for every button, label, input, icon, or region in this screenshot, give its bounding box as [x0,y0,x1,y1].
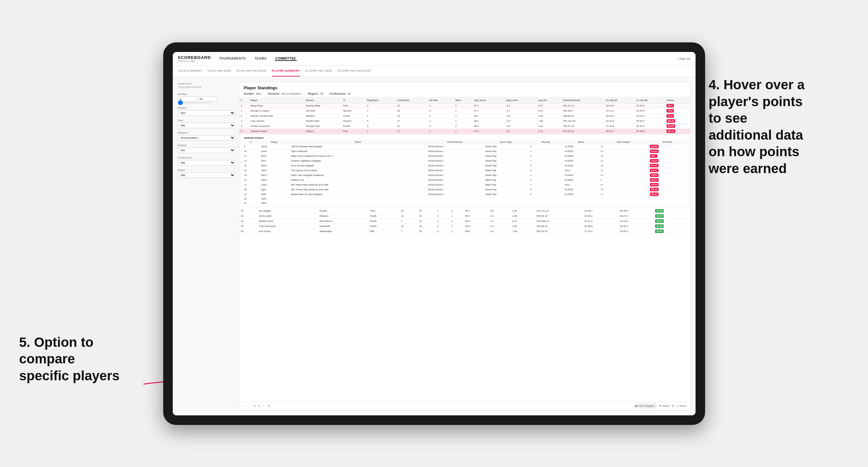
subnav-player-h2h-grid[interactable]: PLAYER H2H GRID [305,66,332,76]
cell-points[interactable]: 88.2 [665,103,690,108]
cell-record: 547-142-38 [561,118,604,123]
timer-button[interactable]: ⏱ [268,405,270,407]
sidebar-region-label: Region [178,144,235,147]
cell-avg-sg: 2.34 [536,123,561,128]
filter-row: Gender: Men Division: NCAA Division I Re… [244,92,686,95]
bottom-toolbar: ← → ↺ ⎘ ⋯ ⏱ ▶ View: Original 👁 [239,402,690,410]
cell-points[interactable]: 80.89 [665,123,690,128]
tooltip-row: 21Niche [243,201,687,205]
back-button[interactable]: ← [243,405,246,407]
cell-vs25: 29-15-0 [604,103,635,108]
table-row[interactable]: 25Cole SherwoodVanderbiltFourth12230169.… [239,223,690,228]
sidebar-year-label: Year [178,119,235,122]
table-row-jackson[interactable]: 6 Jackson Kolson Auburn First 2 27 1 1 6… [239,128,690,133]
cell-no-rds: 2 [428,118,454,123]
forward-button[interactable]: → [248,405,251,407]
cell-no-rds: 1 [428,103,454,108]
cell-points[interactable]: 68.18 [665,128,690,133]
cell-player: Michael Le Sasso [249,108,304,113]
cell-points[interactable]: 88.34 [665,118,690,123]
table-row[interactable]: 26Petr HrubyWashingtonFifth7230168.6-1.6… [239,228,690,234]
cell-num: 2 [239,108,249,113]
table-row[interactable]: 23Jack LundinMissouriFourth11240168.5-2.… [239,213,690,218]
cell-vs50: 18-23-0 [635,103,665,108]
cell-num: 1 [239,103,249,108]
subnav-player-summary[interactable]: PLAYER SUMMARY [272,66,300,76]
table-row[interactable]: 1 Wenyi Ding Arizona State First 1 15 1 … [239,103,690,108]
cell-yr: First [341,103,365,108]
subnav-team-h2h-heatmap[interactable]: TEAM H2H HEATMAP [236,66,267,76]
subnav-team-h2h-grid[interactable]: TEAM H2H GRID [207,66,231,76]
cell-adj-score: 67.1 [472,108,504,113]
table-row[interactable]: 5 Christo Lamprecht Georgia Tech Fourth … [239,123,690,128]
view-original-button[interactable]: ▶ View: Original [633,404,656,408]
tooltip-col-type: Event Type [484,140,528,145]
cell-yr: Fourth [341,123,365,128]
cell-num: 5 [239,123,249,128]
cell-wins: 1 [454,103,472,108]
nav-tournaments[interactable]: TOURNAMENTS [218,57,246,61]
cell-to-par: -2.7 [504,108,536,113]
options-button[interactable]: ⋯ [262,405,265,407]
tooltip-row: 11BreniWake Forest Invitational at Pineh… [243,154,687,158]
reset-button[interactable]: ↺ [253,405,256,407]
nav-right: | Sign out [678,57,690,60]
sidebar-player-select[interactable]: (All) [178,173,235,178]
cell-player: Wenyi Ding [249,103,304,108]
sidebar-conference-select[interactable]: (All) [178,160,235,165]
cell-points[interactable]: 76.2 [665,108,690,113]
logo: SCOREBOARD Powered by clippi [178,55,211,62]
cell-adj-score: 68.7 [472,113,504,118]
sidebar-section-division: Division NCAA Division I [178,131,235,141]
subnav-player-h2h-heatmap[interactable]: PLAYER H2H HEATMAP [337,66,371,76]
nav-teams[interactable]: TEAMS [254,57,268,61]
cell-record: 208-08-13 [561,113,604,118]
copy-button[interactable]: ⎘ [258,405,260,407]
cell-avg-sg: 2.72 [536,128,561,133]
cell-record: 440-26-6 [561,108,604,113]
col-num: # [239,97,249,103]
cell-player: Jackson Kolson [249,128,304,133]
col-vs-top50: Vs Top 50 [635,97,665,103]
tooltip-col-points: W Points [648,140,687,145]
col-adj-score: Adj. Score [472,97,504,103]
col-avg-sg: Avg SG [536,97,561,103]
tablet-frame: SCOREBOARD Powered by clippi TOURNAMENTS… [163,42,705,425]
share-button[interactable]: ⎋ Share [677,405,686,407]
cell-wins: 1 [454,128,472,133]
tooltip-row: 18TigerSEC Stroke Play hosted by Jerry P… [243,187,687,192]
col-no-rds: No Rds. [428,97,454,103]
cell-conf-rank: 27 [396,128,428,133]
table-area: Player Standings Gender: Men Division: N… [239,82,690,410]
sidebar-gender-select[interactable]: Men [178,110,235,116]
sidebar-region-select[interactable]: N/A [178,148,235,153]
table-row[interactable]: 24Bastien AmatNew MexicoFourth1272169.4-… [239,218,690,223]
table-row[interactable]: 22Ian GilliganFloridaThird10241068.7-0.8… [239,209,690,214]
sidebar-update: Update time: 27/01/2024 16:56:26 [178,82,235,89]
cell-points[interactable]: 70.2 [665,113,690,118]
col-to-par: Avg to-Par [504,97,536,103]
table-row[interactable]: 4 Luke Clanton Florida State Second 5 27… [239,118,690,123]
subnav-team-summary[interactable]: TEAM SUMMARY [178,66,203,76]
tooltip-row: 10GordiTiger InvitationalNCAA Division I… [243,149,687,154]
watch-button[interactable]: 👁 Watch [659,405,670,407]
rds-slider[interactable] [178,102,210,103]
cell-avg-sg: 2.08 [536,113,561,118]
left-annotation: 5. Option to compare specific players [19,334,140,384]
sign-out-link[interactable]: | Sign out [678,57,690,60]
table-row[interactable]: 3 Michael Thorbjornsen Stanford Fourth 1… [239,113,690,118]
tooltip-row: 20Tachi [243,197,687,201]
slider-container [178,102,235,103]
cell-conf-rank: 27 [396,118,428,123]
tooltip-col-player: Player [259,140,289,145]
tooltip-row: 13ManeAmer An IntercollegiateNCAA Divisi… [243,163,687,168]
tooltip-subtable: Jackson Kolson # Player Event Event Divi… [241,134,688,207]
nav-committee[interactable]: COMMITTEE [275,57,297,61]
cell-school: Arizona State [304,103,342,108]
tooltip-col-num: # [243,140,260,145]
cell-vs25: 22-10-2 [604,113,635,118]
table-row[interactable]: 2 Michael Le Sasso Ole Miss Second 1 18 … [239,108,690,113]
sidebar-year-select[interactable]: (All) [178,123,235,128]
sidebar-division-select[interactable]: NCAA Division I [178,135,235,141]
download-button[interactable]: ⬇ [672,405,674,407]
